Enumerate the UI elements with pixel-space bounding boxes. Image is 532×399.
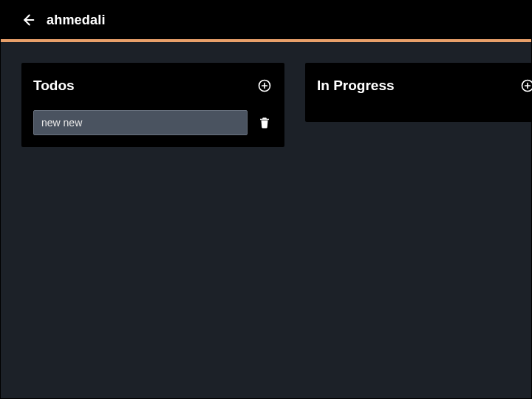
- app-root: ahmedali Todos new new: [0, 0, 532, 399]
- column-todos: Todos new new: [21, 63, 284, 147]
- column-in-progress: In Progress: [305, 63, 532, 122]
- column-title: Todos: [33, 78, 75, 94]
- board: Todos new new: [1, 42, 531, 147]
- task-row: new new: [33, 110, 273, 135]
- plus-circle-icon[interactable]: [519, 78, 532, 94]
- back-arrow-icon[interactable]: [18, 11, 36, 29]
- column-header: Todos: [33, 75, 273, 97]
- trash-icon[interactable]: [256, 115, 273, 131]
- column-header: In Progress: [317, 75, 532, 97]
- header-bar: ahmedali: [1, 1, 531, 39]
- plus-circle-icon[interactable]: [256, 78, 273, 94]
- page-title: ahmedali: [47, 13, 106, 28]
- column-title: In Progress: [317, 78, 395, 94]
- task-card[interactable]: new new: [33, 110, 248, 135]
